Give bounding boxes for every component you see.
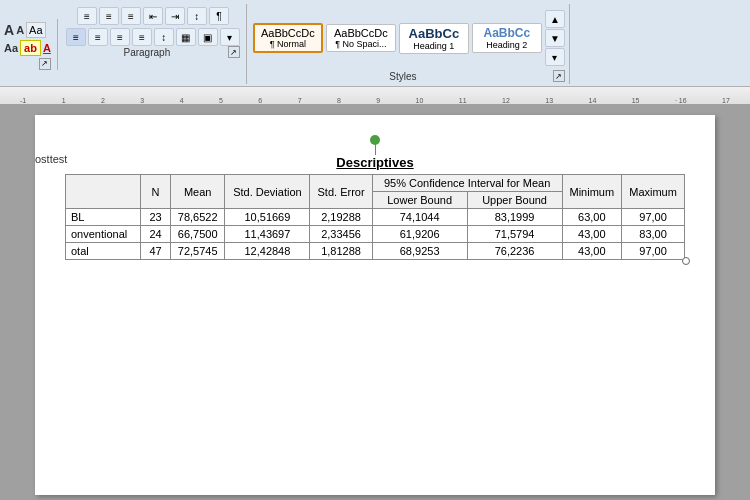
col-header-lower: Lower Bound [372, 192, 467, 209]
styles-scroll-down-btn[interactable]: ▼ [545, 29, 565, 47]
col-header-min: Minimum [562, 175, 622, 209]
decrease-indent-btn[interactable]: ⇤ [143, 7, 163, 25]
cell-label: otal [66, 243, 141, 260]
font-ab-btn[interactable]: ab [20, 40, 41, 56]
cell-std-dev: 10,51669 [225, 209, 310, 226]
cell-max: 97,00 [622, 209, 685, 226]
cell-label: BL [66, 209, 141, 226]
para-controls-row1: ≡ ≡ ≡ ⇤ ⇥ ↕ ¶ [77, 4, 229, 25]
cell-lower: 61,9206 [372, 226, 467, 243]
table-title: Descriptives [65, 155, 685, 170]
cell-min: 43,00 [562, 243, 622, 260]
style-h1-preview: AaBbCc [406, 26, 462, 41]
style-normal-btn[interactable]: AaBbCcDc ¶ Normal [253, 23, 323, 53]
cell-max: 97,00 [622, 243, 685, 260]
cell-n: 23 [141, 209, 171, 226]
styles-section: AaBbCcDc ¶ Normal AaBbCcDc ¶ No Spaci...… [249, 4, 570, 84]
col-header-upper: Upper Bound [467, 192, 562, 209]
border-btn[interactable]: ▣ [198, 28, 218, 46]
styles-label: Styles [253, 71, 553, 82]
cell-label: onventional [66, 226, 141, 243]
pilcrow-btn[interactable]: ¶ [209, 7, 229, 25]
col-header-std-dev: Std. Deviation [225, 175, 310, 209]
cell-min: 43,00 [562, 226, 622, 243]
cell-upper: 71,5794 [467, 226, 562, 243]
cell-std-dev: 11,43697 [225, 226, 310, 243]
cell-mean: 66,7500 [171, 226, 225, 243]
style-normal-preview: AaBbCcDc [261, 27, 315, 39]
col-header-mean: Mean [171, 175, 225, 209]
styles-scroll: ▲ ▼ ▾ [545, 10, 565, 66]
font-size-decrease-btn[interactable]: A [16, 24, 24, 36]
table-container: Descriptives N Mean Std. Deviation Std. … [65, 155, 685, 260]
style-nospace-label: ¶ No Spaci... [333, 39, 389, 49]
font-row1: A A Aa [4, 22, 51, 38]
cell-mean: 78,6522 [171, 209, 225, 226]
cell-upper: 83,1999 [467, 209, 562, 226]
style-h2-label: Heading 2 [479, 40, 535, 50]
align-center-btn[interactable]: ≡ [88, 28, 108, 46]
posttest-label: osttest [35, 153, 67, 165]
list-icon-row: ≡ ≡ ≡ ⇤ ⇥ ↕ ¶ [77, 7, 229, 25]
font-dialog-launcher[interactable]: ↗ [39, 58, 51, 70]
col-header-std-error: Std. Error [310, 175, 372, 209]
style-h1-btn[interactable]: AaBbCc Heading 1 [399, 23, 469, 54]
styles-dialog-launcher[interactable]: ↗ [553, 70, 565, 82]
document-area: osttest Descriptives N Mean Std. Deviati… [0, 105, 750, 500]
cell-lower: 68,9253 [372, 243, 467, 260]
table-row: onventional 24 66,7500 11,43697 2,33456 … [66, 226, 685, 243]
cell-max: 83,00 [622, 226, 685, 243]
ruler: -112 345 678 91011 121314 15· 1617 [0, 87, 750, 105]
border-expand-btn[interactable]: ▾ [220, 28, 240, 46]
ribbon-row: A A Aa Aa ab A ↗ ≡ ≡ ≡ ⇤ ⇥ [4, 2, 746, 86]
ordered-list-btn[interactable]: ≡ [99, 7, 119, 25]
align-left-btn[interactable]: ≡ [66, 28, 86, 46]
styles-section-bottom: Styles ↗ [253, 70, 565, 82]
table-row: otal 47 72,5745 12,42848 1,81288 68,9253… [66, 243, 685, 260]
shading-btn[interactable]: ▦ [176, 28, 196, 46]
justify-btn[interactable]: ≡ [132, 28, 152, 46]
style-h1-label: Heading 1 [406, 41, 462, 51]
col-header-max: Maximum [622, 175, 685, 209]
font-section: A A Aa Aa ab A ↗ [4, 19, 58, 70]
align-icon-row: ≡ ≡ ≡ ≡ ↕ ▦ ▣ ▾ [66, 28, 240, 46]
multilevel-list-btn[interactable]: ≡ [121, 7, 141, 25]
font-row2: Aa ab A [4, 40, 51, 56]
para-section-bottom: Paragraph ↗ [66, 46, 240, 58]
cell-std-error: 2,33456 [310, 226, 372, 243]
table-resize-handle[interactable] [682, 257, 690, 265]
line-spacing-btn[interactable]: ↕ [154, 28, 174, 46]
cell-mean: 72,5745 [171, 243, 225, 260]
table-header-row1: N Mean Std. Deviation Std. Error 95% Con… [66, 175, 685, 192]
ribbon: A A Aa Aa ab A ↗ ≡ ≡ ≡ ⇤ ⇥ [0, 0, 750, 87]
table-body: BL 23 78,6522 10,51669 2,19288 74,1044 8… [66, 209, 685, 260]
align-right-btn[interactable]: ≡ [110, 28, 130, 46]
increase-indent-btn[interactable]: ⇥ [165, 7, 185, 25]
para-dialog-launcher[interactable]: ↗ [228, 46, 240, 58]
descriptives-table: N Mean Std. Deviation Std. Error 95% Con… [65, 174, 685, 260]
styles-scroll-up-btn[interactable]: ▲ [545, 10, 565, 28]
cell-min: 63,00 [562, 209, 622, 226]
style-h2-btn[interactable]: AaBbCc Heading 2 [472, 23, 542, 53]
cell-n: 24 [141, 226, 171, 243]
cell-upper: 76,2236 [467, 243, 562, 260]
font-section-bottom: ↗ [4, 58, 51, 70]
cell-n: 47 [141, 243, 171, 260]
font-color-btn[interactable]: A [43, 42, 51, 54]
col-header-n: N [141, 175, 171, 209]
paragraph-section: ≡ ≡ ≡ ⇤ ⇥ ↕ ¶ ≡ ≡ ≡ ≡ ↕ ▦ ▣ [60, 4, 247, 84]
style-h2-preview: AaBbCc [479, 26, 535, 40]
font-size-increase-btn[interactable]: A [4, 22, 14, 38]
cell-lower: 74,1044 [372, 209, 467, 226]
ruler-numbers: -112 345 678 91011 121314 15· 1617 [20, 97, 730, 104]
styles-items-row: AaBbCcDc ¶ Normal AaBbCcDc ¶ No Spaci...… [253, 6, 565, 70]
cell-std-error: 1,81288 [310, 243, 372, 260]
sort-btn[interactable]: ↕ [187, 7, 207, 25]
unordered-list-btn[interactable]: ≡ [77, 7, 97, 25]
clear-format-btn[interactable]: Aa [26, 22, 45, 38]
document-page[interactable]: osttest Descriptives N Mean Std. Deviati… [35, 115, 715, 495]
style-normal-label: ¶ Normal [261, 39, 315, 49]
style-nospace-preview: AaBbCcDc [333, 27, 389, 39]
styles-more-btn[interactable]: ▾ [545, 48, 565, 66]
style-nospace-btn[interactable]: AaBbCcDc ¶ No Spaci... [326, 24, 396, 52]
